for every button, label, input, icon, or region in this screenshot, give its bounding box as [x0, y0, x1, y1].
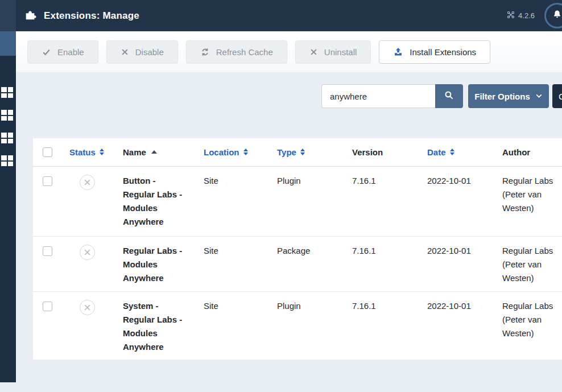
- x-icon: [309, 48, 318, 56]
- enable-button-label: Enable: [57, 47, 84, 57]
- extension-date: 2022-10-01: [427, 166, 502, 236]
- search-button[interactable]: [435, 84, 463, 108]
- sidebar-grid-icon[interactable]: [1, 155, 13, 166]
- column-header-location[interactable]: Location: [204, 147, 248, 157]
- table-row: Regular Labs - Modules Anywhere Site Pac…: [33, 236, 562, 291]
- sort-icon: [100, 148, 104, 155]
- header-corner-block: [0, 0, 16, 31]
- select-all-checkbox[interactable]: [43, 147, 52, 157]
- extension-version: 7.16.1: [352, 236, 427, 291]
- row-checkbox[interactable]: [43, 246, 52, 256]
- toolbar: Enable Disable Refresh Cache Uninstall I…: [16, 31, 562, 72]
- check-icon: [42, 47, 51, 57]
- enable-button[interactable]: Enable: [27, 40, 98, 64]
- sidebar-grid-icon[interactable]: [1, 110, 13, 121]
- extension-date: 2022-10-01: [427, 236, 502, 291]
- sidebar-grid-icon[interactable]: [1, 133, 13, 143]
- extension-location: Site: [204, 166, 277, 236]
- uninstall-button-label: Uninstall: [324, 47, 357, 57]
- sort-icon: [300, 148, 305, 155]
- extension-location: Site: [204, 236, 277, 291]
- disable-button[interactable]: Disable: [106, 40, 178, 64]
- page-title: Extensions: Manage: [44, 10, 139, 22]
- status-disabled-button[interactable]: [80, 300, 95, 315]
- refresh-cache-button[interactable]: Refresh Cache: [186, 40, 287, 64]
- search-input[interactable]: [321, 84, 435, 108]
- extension-date: 2022-10-01: [427, 291, 502, 360]
- row-checkbox[interactable]: [43, 176, 52, 186]
- extension-type: Plugin: [277, 166, 352, 236]
- column-header-type[interactable]: Type: [277, 147, 305, 157]
- refresh-cache-button-label: Refresh Cache: [216, 47, 273, 57]
- magnifier-icon: [444, 90, 454, 102]
- extension-location: Site: [204, 291, 277, 360]
- bell-icon: [552, 9, 562, 22]
- upload-icon: [393, 47, 403, 57]
- chevron-down-icon: [535, 92, 543, 101]
- extensions-table: Status Name Location Type Version Date A…: [33, 138, 562, 360]
- status-disabled-button[interactable]: [80, 245, 95, 260]
- install-extensions-button-label: Install Extensions: [410, 47, 476, 57]
- filter-options-button[interactable]: Filter Options: [468, 84, 549, 108]
- table-header-row: Status Name Location Type Version Date A…: [33, 138, 562, 166]
- notifications-button[interactable]: [544, 3, 562, 28]
- extension-name: Button - Regular Labs - Modules Anywhere: [123, 166, 204, 236]
- column-header-status[interactable]: Status: [69, 147, 104, 157]
- x-icon: [121, 48, 129, 56]
- install-extensions-button[interactable]: Install Extensions: [379, 40, 490, 64]
- joomla-logo-icon: [507, 11, 515, 20]
- puzzle-piece-icon: [24, 9, 36, 23]
- status-disabled-button[interactable]: [80, 175, 95, 190]
- sort-ascending-icon: [151, 150, 157, 154]
- refresh-icon: [200, 47, 210, 57]
- column-header-author: Author: [502, 147, 530, 157]
- circle-x-icon: [84, 304, 91, 311]
- table-row: Button - Regular Labs - Modules Anywhere…: [33, 166, 562, 236]
- column-header-name[interactable]: Name: [123, 147, 157, 157]
- row-checkbox[interactable]: [43, 302, 52, 311]
- extension-author: Regular Labs (Peter van Westen): [502, 166, 562, 236]
- extension-name: Regular Labs - Modules Anywhere: [123, 236, 204, 291]
- extension-author: Regular Labs (Peter van Westen): [502, 291, 562, 360]
- extension-author: Regular Labs (Peter van Westen): [502, 236, 562, 291]
- extension-version: 7.16.1: [352, 291, 427, 360]
- sort-icon: [243, 148, 248, 155]
- extensions-table-card: Status Name Location Type Version Date A…: [33, 138, 562, 360]
- header-bar: Extensions: Manage 4.2.6: [0, 0, 562, 31]
- filter-options-label: Filter Options: [474, 92, 530, 101]
- sidebar-active-item[interactable]: [0, 31, 16, 56]
- table-row: System - Regular Labs - Modules Anywhere…: [33, 291, 562, 360]
- uninstall-button[interactable]: Uninstall: [295, 40, 371, 64]
- circle-x-icon: [84, 249, 91, 256]
- disable-button-label: Disable: [135, 47, 164, 57]
- column-header-date[interactable]: Date: [427, 147, 454, 157]
- sort-icon: [450, 148, 454, 155]
- extension-version: 7.16.1: [352, 166, 427, 236]
- clear-button[interactable]: Clear: [552, 84, 562, 108]
- extension-name: System - Regular Labs - Modules Anywhere: [123, 291, 204, 360]
- search-group: [321, 84, 463, 108]
- joomla-version: 4.2.6: [518, 11, 535, 20]
- clear-button-label: Clear: [559, 92, 562, 101]
- extension-type: Plugin: [277, 291, 352, 360]
- circle-x-icon: [84, 179, 91, 186]
- sidebar-grid-icon[interactable]: [1, 87, 13, 98]
- extension-type: Package: [277, 236, 352, 291]
- column-header-version: Version: [352, 147, 383, 157]
- sidebar: [0, 31, 16, 382]
